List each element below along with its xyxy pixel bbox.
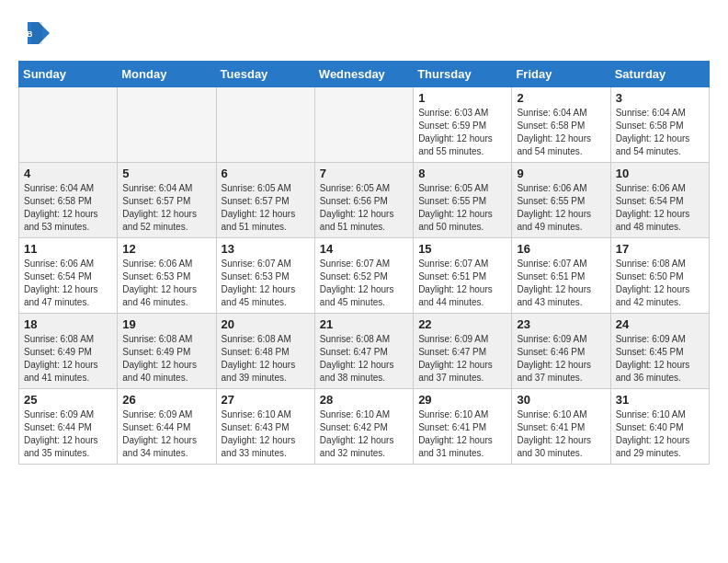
day-info: Sunrise: 6:10 AM Sunset: 6:42 PM Dayligh…	[320, 408, 408, 460]
day-info: Sunrise: 6:09 AM Sunset: 6:45 PM Dayligh…	[616, 333, 704, 385]
calendar-cell: 10Sunrise: 6:06 AM Sunset: 6:54 PM Dayli…	[610, 163, 709, 238]
calendar-cell: 29Sunrise: 6:10 AM Sunset: 6:41 PM Dayli…	[414, 389, 512, 465]
calendar-cell: 13Sunrise: 6:07 AM Sunset: 6:53 PM Dayli…	[216, 238, 314, 314]
calendar-week-5: 25Sunrise: 6:09 AM Sunset: 6:44 PM Dayli…	[19, 389, 710, 465]
day-number: 25	[24, 393, 112, 407]
day-info: Sunrise: 6:07 AM Sunset: 6:52 PM Dayligh…	[320, 258, 408, 309]
header-wednesday: Wednesday	[314, 62, 413, 87]
day-info: Sunrise: 6:08 AM Sunset: 6:49 PM Dayligh…	[122, 333, 210, 385]
logo: GB	[18, 18, 55, 52]
calendar-cell: 9Sunrise: 6:06 AM Sunset: 6:55 PM Daylig…	[512, 163, 610, 238]
day-number: 26	[122, 393, 210, 407]
day-info: Sunrise: 6:09 AM Sunset: 6:46 PM Dayligh…	[517, 333, 605, 385]
calendar-cell: 1Sunrise: 6:03 AM Sunset: 6:59 PM Daylig…	[414, 87, 512, 163]
day-number: 1	[418, 91, 506, 105]
calendar-table: SundayMondayTuesdayWednesdayThursdayFrid…	[18, 61, 710, 465]
day-number: 7	[320, 167, 408, 180]
calendar-cell: 18Sunrise: 6:08 AM Sunset: 6:49 PM Dayli…	[19, 314, 118, 389]
day-info: Sunrise: 6:05 AM Sunset: 6:56 PM Dayligh…	[320, 182, 408, 234]
header-tuesday: Tuesday	[216, 62, 314, 87]
header-thursday: Thursday	[414, 62, 512, 87]
day-number: 18	[24, 317, 112, 331]
day-info: Sunrise: 6:07 AM Sunset: 6:53 PM Dayligh…	[222, 258, 310, 309]
day-info: Sunrise: 6:10 AM Sunset: 6:41 PM Dayligh…	[517, 408, 605, 460]
day-number: 28	[320, 393, 408, 407]
day-number: 27	[222, 393, 310, 407]
day-info: Sunrise: 6:09 AM Sunset: 6:44 PM Dayligh…	[24, 408, 112, 460]
day-info: Sunrise: 6:09 AM Sunset: 6:44 PM Dayligh…	[122, 408, 210, 460]
calendar-cell: 7Sunrise: 6:05 AM Sunset: 6:56 PM Daylig…	[314, 163, 413, 238]
calendar-cell: 12Sunrise: 6:06 AM Sunset: 6:53 PM Dayli…	[118, 238, 216, 314]
day-number: 13	[222, 242, 310, 256]
day-info: Sunrise: 6:08 AM Sunset: 6:48 PM Dayligh…	[222, 333, 310, 385]
calendar-cell	[19, 87, 118, 163]
logo-icon: GB	[18, 18, 51, 52]
calendar-week-4: 18Sunrise: 6:08 AM Sunset: 6:49 PM Dayli…	[19, 314, 710, 389]
day-info: Sunrise: 6:08 AM Sunset: 6:50 PM Dayligh…	[616, 258, 704, 309]
day-number: 17	[616, 242, 704, 256]
day-number: 29	[418, 393, 506, 407]
calendar-week-2: 4Sunrise: 6:04 AM Sunset: 6:58 PM Daylig…	[19, 163, 710, 238]
svg-text:GB: GB	[20, 29, 33, 39]
header-saturday: Saturday	[610, 62, 709, 87]
calendar-cell: 5Sunrise: 6:04 AM Sunset: 6:57 PM Daylig…	[118, 163, 216, 238]
day-number: 9	[517, 167, 605, 180]
day-number: 11	[24, 242, 112, 256]
day-number: 12	[122, 242, 210, 256]
day-number: 6	[222, 167, 310, 180]
day-info: Sunrise: 6:04 AM Sunset: 6:58 PM Dayligh…	[616, 107, 704, 158]
day-info: Sunrise: 6:04 AM Sunset: 6:58 PM Dayligh…	[517, 107, 605, 158]
calendar-cell: 17Sunrise: 6:08 AM Sunset: 6:50 PM Dayli…	[610, 238, 709, 314]
calendar-cell: 8Sunrise: 6:05 AM Sunset: 6:55 PM Daylig…	[414, 163, 512, 238]
day-info: Sunrise: 6:06 AM Sunset: 6:54 PM Dayligh…	[616, 182, 704, 234]
calendar-cell: 14Sunrise: 6:07 AM Sunset: 6:52 PM Dayli…	[314, 238, 413, 314]
day-info: Sunrise: 6:06 AM Sunset: 6:55 PM Dayligh…	[517, 182, 605, 234]
day-number: 2	[517, 91, 605, 105]
header-monday: Monday	[118, 62, 216, 87]
calendar-cell: 23Sunrise: 6:09 AM Sunset: 6:46 PM Dayli…	[512, 314, 610, 389]
day-number: 20	[222, 317, 310, 331]
calendar-week-3: 11Sunrise: 6:06 AM Sunset: 6:54 PM Dayli…	[19, 238, 710, 314]
page-header: GB	[18, 18, 710, 52]
day-number: 14	[320, 242, 408, 256]
calendar-cell: 24Sunrise: 6:09 AM Sunset: 6:45 PM Dayli…	[610, 314, 709, 389]
day-info: Sunrise: 6:05 AM Sunset: 6:55 PM Dayligh…	[418, 182, 506, 234]
calendar-cell: 4Sunrise: 6:04 AM Sunset: 6:58 PM Daylig…	[19, 163, 118, 238]
day-number: 3	[616, 91, 704, 105]
header-friday: Friday	[512, 62, 610, 87]
calendar-week-1: 1Sunrise: 6:03 AM Sunset: 6:59 PM Daylig…	[19, 87, 710, 163]
day-info: Sunrise: 6:04 AM Sunset: 6:57 PM Dayligh…	[122, 182, 210, 234]
calendar-cell: 11Sunrise: 6:06 AM Sunset: 6:54 PM Dayli…	[19, 238, 118, 314]
day-number: 19	[122, 317, 210, 331]
calendar-cell: 25Sunrise: 6:09 AM Sunset: 6:44 PM Dayli…	[19, 389, 118, 465]
day-number: 15	[418, 242, 506, 256]
day-info: Sunrise: 6:07 AM Sunset: 6:51 PM Dayligh…	[517, 258, 605, 309]
day-info: Sunrise: 6:10 AM Sunset: 6:40 PM Dayligh…	[616, 408, 704, 460]
day-info: Sunrise: 6:04 AM Sunset: 6:58 PM Dayligh…	[24, 182, 112, 234]
day-number: 21	[320, 317, 408, 331]
calendar-cell: 3Sunrise: 6:04 AM Sunset: 6:58 PM Daylig…	[610, 87, 709, 163]
calendar-cell: 30Sunrise: 6:10 AM Sunset: 6:41 PM Dayli…	[512, 389, 610, 465]
calendar-cell: 26Sunrise: 6:09 AM Sunset: 6:44 PM Dayli…	[118, 389, 216, 465]
day-info: Sunrise: 6:08 AM Sunset: 6:47 PM Dayligh…	[320, 333, 408, 385]
day-number: 4	[24, 167, 112, 180]
calendar-cell: 16Sunrise: 6:07 AM Sunset: 6:51 PM Dayli…	[512, 238, 610, 314]
day-info: Sunrise: 6:07 AM Sunset: 6:51 PM Dayligh…	[418, 258, 506, 309]
day-number: 22	[418, 317, 506, 331]
calendar-cell: 6Sunrise: 6:05 AM Sunset: 6:57 PM Daylig…	[216, 163, 314, 238]
calendar-cell: 27Sunrise: 6:10 AM Sunset: 6:43 PM Dayli…	[216, 389, 314, 465]
day-info: Sunrise: 6:06 AM Sunset: 6:54 PM Dayligh…	[24, 258, 112, 309]
day-number: 24	[616, 317, 704, 331]
header-sunday: Sunday	[19, 62, 118, 87]
calendar-cell: 15Sunrise: 6:07 AM Sunset: 6:51 PM Dayli…	[414, 238, 512, 314]
day-info: Sunrise: 6:10 AM Sunset: 6:41 PM Dayligh…	[418, 408, 506, 460]
calendar-cell: 20Sunrise: 6:08 AM Sunset: 6:48 PM Dayli…	[216, 314, 314, 389]
calendar-cell	[314, 87, 413, 163]
day-info: Sunrise: 6:05 AM Sunset: 6:57 PM Dayligh…	[222, 182, 310, 234]
day-info: Sunrise: 6:03 AM Sunset: 6:59 PM Dayligh…	[418, 107, 506, 158]
day-info: Sunrise: 6:08 AM Sunset: 6:49 PM Dayligh…	[24, 333, 112, 385]
day-info: Sunrise: 6:10 AM Sunset: 6:43 PM Dayligh…	[222, 408, 310, 460]
calendar-cell	[118, 87, 216, 163]
calendar-cell: 2Sunrise: 6:04 AM Sunset: 6:58 PM Daylig…	[512, 87, 610, 163]
day-number: 10	[616, 167, 704, 180]
